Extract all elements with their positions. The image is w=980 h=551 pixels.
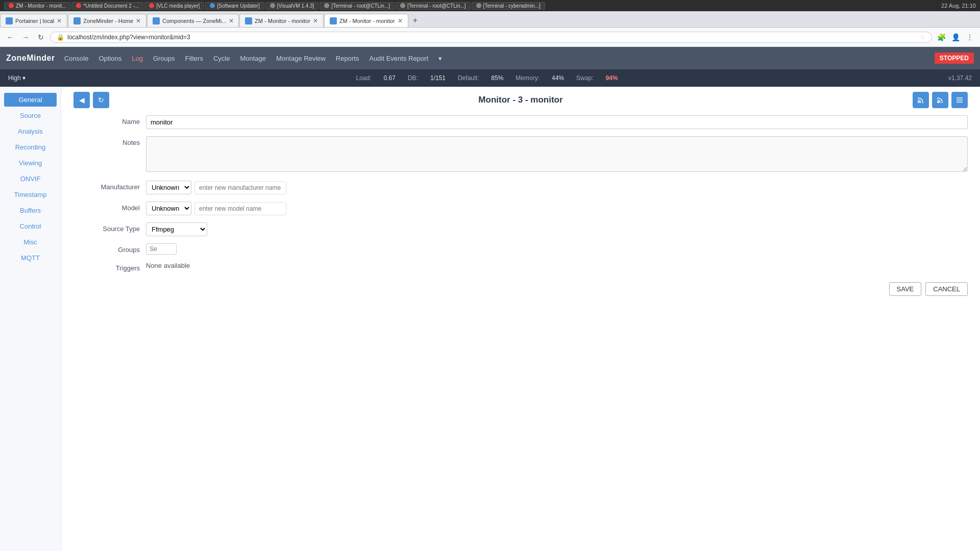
nav-audit[interactable]: Audit Events Report [368,53,429,64]
zm-statusbar: High ▾ Load: 0.67 DB: 1/151 Default: 85%… [0,69,980,87]
form-row-model: Model Unknown [74,202,968,215]
tab-close-components[interactable]: ✕ [229,17,234,24]
nav-cycle[interactable]: Cycle [212,53,231,64]
browser-actions: 🧩 👤 ⋮ [935,31,976,43]
triggers-wrapper: None available [146,262,968,269]
load-value: 0.67 [384,74,396,82]
load-label: Load: [356,74,372,82]
back-monitor-button[interactable]: ◀ [74,92,90,108]
sidebar-item-control[interactable]: Control [0,218,61,234]
default-value: 85% [491,74,503,82]
extensions-button[interactable]: 🧩 [935,31,947,43]
sidebar-item-timestamp[interactable]: Timestamp [0,187,61,203]
sidebar-item-buffers[interactable]: Buffers [0,203,61,218]
swap-label: Swap: [576,74,593,82]
tab-favicon-components [153,17,160,24]
taskbar-tab-1[interactable]: ZM - Monitor - monit... [4,2,70,10]
reload-button[interactable]: ↻ [35,31,47,43]
browser-tab-portainer[interactable]: Portainer | local ✕ [0,14,67,27]
url-input[interactable] [67,34,917,41]
high-dropdown[interactable]: High ▾ [8,74,26,82]
db-label: DB: [408,74,418,82]
source-type-select[interactable]: Ffmpeg LibVLC cURL Local Remote File [146,222,207,236]
nav-console[interactable]: Console [63,53,90,64]
feed-icon-button-2[interactable] [932,92,948,108]
refresh-monitor-button[interactable]: ↻ [93,92,109,108]
form-row-notes: Notes [74,136,968,173]
tab-close-zm-monitor-1[interactable]: ✕ [313,17,318,24]
sidebar-item-viewing[interactable]: Viewing [0,155,61,171]
form-row-source-type: Source Type Ffmpeg LibVLC cURL Local Rem… [74,222,968,236]
taskbar-tab-7[interactable]: [Terminal - root@CTLin...] [396,2,471,10]
nav-groups[interactable]: Groups [152,53,176,64]
form-buttons: SAVE CANCEL [74,282,968,296]
source-type-label: Source Type [74,222,140,233]
source-type-wrapper: Ffmpeg LibVLC cURL Local Remote File [146,222,968,236]
sidebar-item-recording[interactable]: Recording [0,139,61,155]
forward-button[interactable]: → [19,31,32,43]
back-button[interactable]: ← [4,31,16,43]
nav-montage[interactable]: Montage [239,53,267,64]
nav-montage-review[interactable]: Montage Review [275,53,327,64]
zm-brand: ZoneMinder [6,54,55,63]
name-field-wrapper [146,115,968,129]
tab-close-zm-monitor-2[interactable]: ✕ [398,17,403,24]
bookmark-icon[interactable]: ☆ [920,34,925,41]
tab-close-portainer[interactable]: ✕ [57,17,62,24]
name-input[interactable] [146,115,968,129]
tab-favicon-zm-monitor-1 [245,17,252,24]
taskbar-tab-5[interactable]: [VisualVM 1.4.3] [265,2,319,10]
rss-icon-2 [937,96,944,104]
browser-tab-components[interactable]: Components — ZoneMi... ✕ [147,14,239,27]
sidebar-item-analysis[interactable]: Analysis [0,123,61,139]
sidebar-item-mqtt[interactable]: MQTT [0,250,61,266]
cancel-button[interactable]: CANCEL [925,282,968,296]
taskbar-tab-6[interactable]: [Terminal - root@CTLin...] [320,2,395,10]
groups-label: Groups [74,243,140,254]
form-row-groups: Groups [74,243,968,255]
model-select[interactable]: Unknown [146,202,191,215]
groups-search-input[interactable] [146,243,177,255]
menu-button[interactable]: ⋮ [964,31,976,43]
nav-options[interactable]: Options [97,53,122,64]
rss-icon-1 [917,96,924,104]
sidebar-item-misc[interactable]: Misc [0,234,61,250]
tab-close-zm-home[interactable]: ✕ [136,17,141,24]
taskbar-tab-4[interactable]: [Software Updater] [205,2,264,10]
taskbar-tab-3[interactable]: [VLC media player] [144,2,204,10]
page-title: Monitor - 3 - monitor [478,95,562,105]
manufacturer-select[interactable]: Unknown [146,181,191,194]
feed-icon-button-1[interactable] [913,92,929,108]
profile-button[interactable]: 👤 [949,31,962,43]
default-label: Default: [458,74,479,82]
browser-tab-zm-monitor-1[interactable]: ZM - Monitor - monitor ✕ [239,14,324,27]
sidebar-item-source[interactable]: Source [0,108,61,123]
taskbar-tab-8[interactable]: [Terminal - cyberadmin...] [472,2,545,10]
browser-tab-zm-monitor-2[interactable]: ZM - Monitor - monitor ✕ [324,14,408,27]
main-layout: General Source Analysis Recording Viewin… [0,87,980,551]
model-new-input[interactable] [194,202,286,215]
taskbar-tab-2[interactable]: *Untitled Document 2 -... [71,2,143,10]
notes-textarea[interactable] [146,136,968,172]
list-icon-button[interactable] [951,92,968,108]
nav-log[interactable]: Log [131,53,144,64]
system-bar: ZM - Monitor - monit... *Untitled Docume… [0,0,980,11]
address-bar[interactable]: 🔒 ☆ [50,32,932,43]
new-tab-button[interactable]: + [409,14,422,27]
list-icon [956,96,963,104]
nav-reports[interactable]: Reports [335,53,360,64]
manufacturer-new-input[interactable] [194,181,286,194]
svg-point-0 [918,101,920,103]
browser-tab-zoneminder-home[interactable]: ZoneMinder - Home ✕ [68,14,146,27]
nav-filters[interactable]: Filters [184,53,204,64]
version-label: v1.37.42 [948,74,972,82]
db-value: 1/151 [430,74,446,82]
taskbar-tabs: ZM - Monitor - monit... *Untitled Docume… [4,2,937,10]
groups-wrapper [146,243,968,255]
sidebar-item-general[interactable]: General [4,93,57,107]
content-area: ◀ ↻ Monitor - 3 - monitor [61,87,980,551]
save-button[interactable]: SAVE [889,282,922,296]
nav-more[interactable]: ▾ [437,53,443,64]
name-label: Name [74,115,140,126]
sidebar-item-onvif[interactable]: ONVIF [0,171,61,187]
